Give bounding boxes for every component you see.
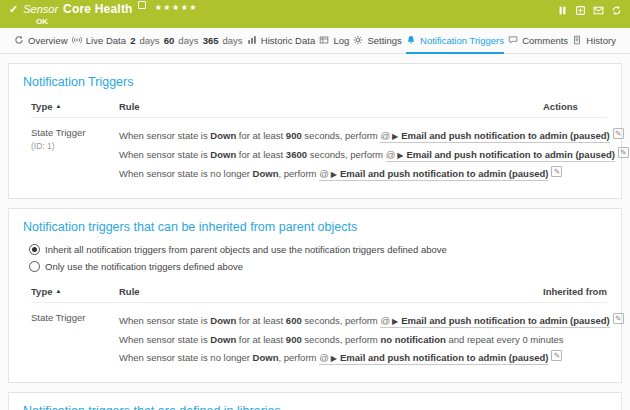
panel-title: Notification triggers that are defined i… <box>23 404 607 410</box>
tab-live-data[interactable]: Live Data <box>72 28 126 54</box>
column-header-label: Rule <box>119 101 140 112</box>
tab-log[interactable]: Log <box>319 28 349 54</box>
rule-line: When sensor state is Down for at least 9… <box>119 331 624 349</box>
tab-history[interactable]: History <box>572 28 616 54</box>
edit-notification-icon[interactable]: ✎ <box>551 350 562 361</box>
email-at-icon: @ <box>380 130 390 141</box>
tab-label: Log <box>333 35 349 46</box>
bell-icon <box>406 35 416 45</box>
email-at-icon: @ <box>380 315 390 326</box>
notification-name: Email and push notification to admin (pa… <box>401 315 609 326</box>
tab-label: Comments <box>522 35 568 46</box>
chart-icon <box>247 35 257 45</box>
status-badge: OK <box>36 17 630 26</box>
tab-number: 2 <box>130 35 135 46</box>
notification-link[interactable]: @▶Email and push notification to admin (… <box>380 315 609 328</box>
rule-text: for at least <box>236 130 286 141</box>
panel-notification-triggers: Notification TriggersType▲RuleActionsSta… <box>8 63 622 199</box>
rule-text-bold: Down <box>210 315 236 326</box>
notification-link[interactable]: @▶Email and push notification to admin (… <box>319 352 548 365</box>
priority-stars[interactable]: ★★★★★ <box>155 1 198 14</box>
tab-label: Notification Triggers <box>420 35 504 46</box>
clone-icon[interactable] <box>575 5 586 16</box>
rule-text-bold: Down <box>253 168 279 179</box>
rule-text: When sensor state is <box>119 149 210 160</box>
column-header-rule: Rule <box>119 286 537 297</box>
rule-text: When sensor state is <box>119 334 210 345</box>
radio-button[interactable] <box>29 261 40 272</box>
page-content: Notification TriggersType▲RuleActionsSta… <box>0 54 630 410</box>
rule-text-bold: Down <box>210 334 236 345</box>
trigger-table: Type▲RuleActionsState Trigger(ID: 1)When… <box>23 99 607 188</box>
refresh-icon[interactable] <box>611 5 622 16</box>
radio-button[interactable] <box>29 244 40 255</box>
notification-name: Email and push notification to admin (pa… <box>340 352 548 363</box>
edit-notification-icon[interactable]: ✎ <box>551 166 562 177</box>
edit-notification-icon[interactable]: ✎ <box>618 147 629 158</box>
panel-title: Notification triggers that can be inheri… <box>23 220 607 234</box>
sensor-header: ✓ Sensor Core Health ★★★★★ OK <box>0 0 630 28</box>
rule-text: When sensor state is <box>119 130 210 141</box>
trigger-type: State Trigger <box>31 312 113 323</box>
tab-unit: days <box>223 35 243 46</box>
mail-icon[interactable] <box>593 5 604 16</box>
tab-overview[interactable]: Overview <box>14 28 68 54</box>
rule-text-bold: 3600 <box>286 149 307 160</box>
notification-link[interactable]: @▶Email and push notification to admin (… <box>386 149 615 162</box>
rule-text-bold: 900 <box>286 130 302 141</box>
rule-text-bold: 600 <box>286 315 302 326</box>
tab-label: Settings <box>367 35 401 46</box>
column-header-type: Type▲ <box>31 286 113 297</box>
trigger-table: Type▲RuleInherited fromState TriggerWhen… <box>23 284 607 372</box>
sort-arrow-icon[interactable]: ▲ <box>55 288 61 294</box>
tab-365-days[interactable]: 365days <box>203 28 243 54</box>
rule-text-bold: Down <box>210 130 236 141</box>
tab-60-days[interactable]: 60days <box>164 28 199 54</box>
rule-text: seconds, perform <box>302 315 381 326</box>
edit-notification-icon[interactable]: ✎ <box>613 313 624 324</box>
column-header-actions: Actions <box>543 101 607 112</box>
rule-text-bold: Down <box>253 352 279 363</box>
table-row: State TriggerWhen sensor state is Down f… <box>31 303 607 372</box>
notification-link[interactable]: @▶Email and push notification to admin (… <box>380 130 609 143</box>
column-header-label: Type <box>31 286 52 297</box>
notification-link[interactable]: @▶Email and push notification to admin (… <box>319 168 548 181</box>
push-arrow-icon: ▶ <box>397 151 403 160</box>
radio-label: Only use the notification triggers defin… <box>45 261 243 272</box>
rule-line: When sensor state is Down for at least 6… <box>119 312 624 331</box>
overview-icon <box>14 35 24 45</box>
push-arrow-icon: ▶ <box>331 170 337 179</box>
tab-number: 365 <box>203 35 219 46</box>
radio-option[interactable]: Only use the notification triggers defin… <box>29 261 607 272</box>
panel-notification-triggers-that-are-defined-in-libraries: Notification triggers that are defined i… <box>8 392 622 410</box>
sort-arrow-icon[interactable]: ▲ <box>55 103 61 109</box>
log-icon <box>319 35 329 45</box>
tab-comments[interactable]: Comments <box>508 28 568 54</box>
edit-notification-icon[interactable]: ✎ <box>613 128 624 139</box>
rule-text: , perform <box>278 352 319 363</box>
radio-option[interactable]: Inherit all notification triggers from p… <box>29 244 607 255</box>
column-header-label: Rule <box>119 286 140 297</box>
tab-notification-triggers[interactable]: Notification Triggers <box>406 28 504 54</box>
rule-text-bold: 900 <box>286 334 302 345</box>
table-row: State Trigger(ID: 1)When sensor state is… <box>31 118 607 188</box>
header-toolbar <box>557 5 622 16</box>
notification-name: Email and push notification to admin (pa… <box>406 149 614 160</box>
rule-line: When sensor state is Down for at least 9… <box>119 127 630 146</box>
tab-historic-data[interactable]: Historic Data <box>247 28 315 54</box>
tab-number: 60 <box>164 35 175 46</box>
radio-label: Inherit all notification triggers from p… <box>45 244 447 255</box>
gear-icon <box>353 35 363 45</box>
rule-line: When sensor state is no longer Down, per… <box>119 165 630 184</box>
panel-notification-triggers-that-can-be-inherited-from-parent-objects: Notification triggers that can be inheri… <box>8 208 622 383</box>
column-header-label: Inherited from <box>543 286 607 297</box>
tab-settings[interactable]: Settings <box>353 28 401 54</box>
rule-text: When sensor state is <box>119 315 210 326</box>
tab-label: Historic Data <box>261 35 315 46</box>
pause-icon[interactable] <box>557 5 568 16</box>
rule-text-bold: Down <box>210 149 236 160</box>
rule-line: When sensor state is Down for at least 3… <box>119 146 630 165</box>
tab-2-days[interactable]: 2days <box>130 28 159 54</box>
tab-unit: days <box>139 35 159 46</box>
livedata-icon <box>72 35 82 45</box>
